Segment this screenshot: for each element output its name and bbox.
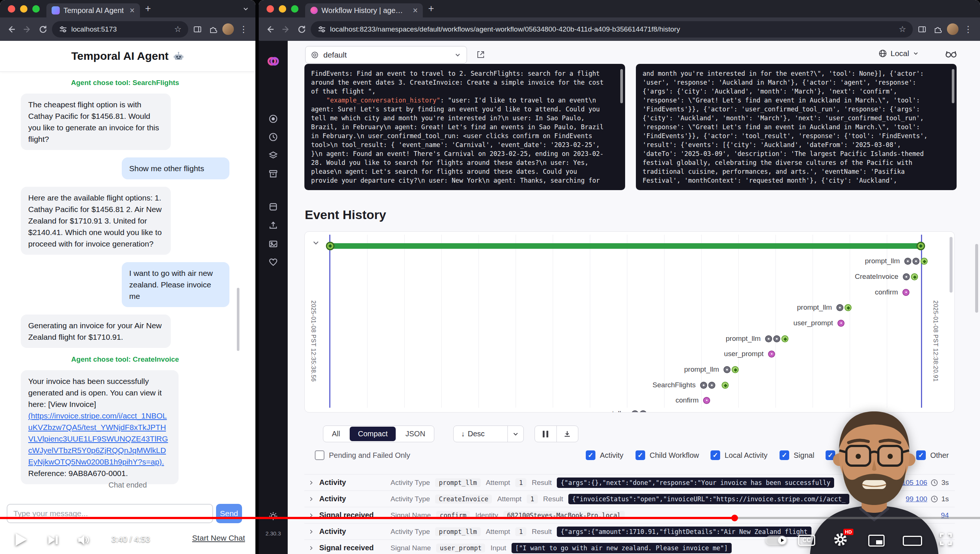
timeline-row[interactable]: user_prompt (793, 317, 845, 329)
progress-scrubber[interactable] (731, 515, 738, 521)
invoice-link[interactable]: (https://invoice.stripe.com/i/acct_1NBOL… (28, 411, 168, 466)
collapse-timeline-icon[interactable] (312, 239, 320, 247)
side-panel-icon[interactable] (916, 23, 928, 36)
expand-chevron-icon[interactable] (308, 545, 314, 551)
address-bar[interactable]: localhost:5173 ☆ (52, 21, 188, 38)
reload-icon[interactable] (37, 23, 49, 36)
timeline-row[interactable]: confirm (875, 287, 910, 298)
sort-order-button[interactable]: ↓ Desc (453, 425, 524, 442)
activity-task-marker[interactable] (912, 258, 920, 265)
timeline-row[interactable]: prompt_llm (797, 302, 851, 313)
profile-avatar[interactable] (947, 23, 958, 35)
activity-task-marker[interactable] (724, 366, 730, 373)
minimize-window-button[interactable] (20, 5, 27, 13)
activity-completed-marker[interactable] (781, 335, 789, 342)
workflow-execution-bar[interactable] (330, 243, 922, 249)
checkbox-checked[interactable]: ✓ (780, 451, 789, 460)
theme-toggle-icon[interactable] (259, 511, 288, 521)
captions-button[interactable]: CC (798, 535, 815, 546)
signal-marker[interactable] (837, 320, 845, 327)
nav-batch-operations-icon[interactable] (259, 151, 288, 161)
close-window-button[interactable] (8, 5, 15, 13)
chat-scrollbar[interactable] (237, 288, 239, 351)
expand-chevron-icon[interactable] (308, 496, 314, 502)
extensions-puzzle-icon[interactable] (207, 23, 220, 36)
nav-feedback-icon[interactable] (259, 257, 288, 267)
filter-child-workflow-checkbox[interactable]: ✓ Child Workflow (635, 450, 699, 460)
address-bar[interactable]: localhost:8233/namespaces/default/workfl… (311, 21, 913, 38)
activity-task-marker[interactable] (773, 335, 780, 342)
extensions-puzzle-icon[interactable] (931, 23, 944, 36)
site-settings-icon[interactable] (317, 25, 326, 34)
browser-menu-icon[interactable]: ⋮ (237, 24, 250, 35)
tab-workflow-history[interactable]: Workflow History | agent-wor... × (305, 3, 423, 18)
payload-result-panel[interactable]: and month you're interested in for the e… (636, 64, 957, 190)
signal-marker[interactable] (768, 350, 775, 358)
timeline-row[interactable]: user_prompt (724, 348, 775, 360)
tab-compact[interactable]: Compact (350, 427, 396, 441)
namespace-selector[interactable]: default (305, 46, 467, 64)
forward-icon[interactable] (280, 23, 292, 36)
nav-archive-icon[interactable] (259, 169, 288, 178)
timeline-row[interactable]: confirm (676, 395, 710, 406)
video-progress-bar[interactable] (0, 517, 980, 519)
signal-marker[interactable] (703, 397, 710, 404)
expand-chevron-icon[interactable] (308, 529, 314, 535)
bookmark-star-icon[interactable]: ☆ (899, 24, 906, 34)
checkbox-checked[interactable]: ✓ (711, 451, 720, 460)
tab-temporal-ai-agent[interactable]: Temporal AI Agent × (46, 3, 140, 18)
back-icon[interactable] (264, 23, 277, 36)
activity-task-marker[interactable] (765, 335, 772, 342)
timeline-row[interactable]: prompt_llm (726, 333, 789, 344)
theater-mode-button[interactable] (903, 536, 922, 546)
start-new-chat-link[interactable]: Start New Chat (192, 533, 245, 543)
play-button[interactable] (16, 533, 27, 546)
bookmark-star-icon[interactable]: ☆ (174, 24, 181, 34)
workflow-start-marker[interactable] (326, 242, 334, 250)
side-panel-icon[interactable] (191, 23, 204, 36)
activity-completed-marker[interactable] (722, 382, 729, 389)
timeline-scrollbar[interactable] (950, 237, 953, 293)
signal-marker[interactable] (902, 289, 910, 296)
tab-all[interactable]: All (324, 427, 348, 441)
filter-local-activity-checkbox[interactable]: ✓ Local Activity (711, 450, 768, 460)
nav-labs-icon[interactable] (259, 202, 288, 212)
miniplayer-button[interactable] (868, 535, 885, 546)
activity-completed-marker[interactable] (921, 258, 928, 265)
site-settings-icon[interactable] (59, 25, 68, 34)
activity-task-marker[interactable] (700, 382, 707, 389)
payload-input-panel[interactable]: FindEvents: Find an event to travel to 2… (304, 64, 625, 190)
activity-task-marker[interactable] (640, 410, 647, 413)
checkbox-checked[interactable]: ✓ (586, 451, 595, 460)
timeline-row[interactable]: SearchFlights (652, 379, 729, 391)
activity-completed-marker[interactable] (732, 366, 739, 373)
activity-task-marker[interactable] (708, 382, 715, 389)
chevron-down-icon[interactable] (508, 430, 523, 438)
profile-avatar[interactable] (222, 23, 234, 35)
filter-pending-failed-checkbox[interactable]: Pending and Failed Only (315, 450, 410, 460)
reload-icon[interactable] (295, 23, 308, 36)
page-scrollbar[interactable] (975, 244, 978, 313)
activity-completed-marker[interactable] (911, 273, 918, 280)
download-history-button[interactable] (557, 426, 578, 442)
panel-scrollbar[interactable] (952, 69, 955, 103)
panel-scrollbar[interactable] (620, 69, 623, 103)
browser-menu-icon[interactable]: ⋮ (961, 24, 975, 35)
pause-button[interactable] (535, 426, 557, 442)
expand-chevron-icon[interactable] (308, 480, 314, 486)
chat-message-input[interactable] (7, 504, 213, 523)
next-video-button[interactable] (47, 534, 59, 546)
close-tab-icon[interactable]: × (413, 6, 418, 15)
timeline-row[interactable]: prompt_llm (684, 364, 739, 375)
volume-icon[interactable] (76, 533, 91, 546)
activity-task-marker[interactable] (904, 258, 911, 265)
region-selector[interactable]: Local (878, 49, 919, 58)
activity-task-marker[interactable] (836, 304, 843, 311)
timeline-row[interactable]: prompt_llm (865, 255, 928, 267)
activity-task-marker[interactable] (632, 410, 638, 413)
checkbox-unchecked[interactable] (315, 451, 325, 460)
filter-activity-checkbox[interactable]: ✓ Activity (586, 450, 623, 460)
checkbox-checked[interactable]: ✓ (635, 451, 645, 460)
forward-icon[interactable] (21, 23, 33, 36)
activity-completed-marker[interactable] (845, 304, 851, 311)
